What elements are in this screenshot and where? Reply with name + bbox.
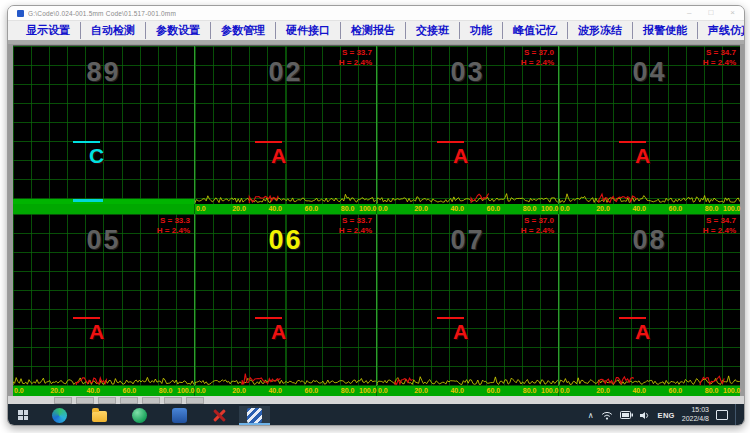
menu-item-peak-memory[interactable]: 峰值记忆 [502,22,567,39]
s-value: S = 33.3 [157,216,190,226]
red-app-icon[interactable] [212,408,227,423]
scale-tick: 40.0 [450,387,464,394]
minimize-icon[interactable]: – [687,9,691,17]
window-controls: – □ × [687,9,735,17]
scale-tick: 40.0 [632,387,646,394]
messenger-app-icon[interactable] [132,408,147,423]
menu-bar: 显示设置 自动检测 参数设置 参数管理 硬件接口 检测报告 交接班 功能 峰值记… [8,20,744,40]
gate-measurement-readout: S = 33.3H = 2.4% [157,216,190,237]
menu-item-alarm-enable[interactable]: 报警使能 [632,22,697,39]
channel-panel-04[interactable]: 04S = 34.7H = 2.4%A [559,46,740,204]
s-value: S = 37.0 [521,216,554,226]
background-window-fragment [164,397,182,404]
tray-date: 2022/4/8 [682,415,709,424]
menu-item-hardware-interface[interactable]: 硬件接口 [275,22,340,39]
scale-tick: 40.0 [268,387,282,394]
menu-item-param-settings[interactable]: 参数设置 [145,22,210,39]
scale-tick: 0.0 [196,205,206,212]
show-desktop-button[interactable] [735,404,741,426]
gate-label: A [89,320,104,344]
taskbar-clock[interactable]: 15:03 2022/4/8 [682,406,709,424]
file-explorer-icon[interactable] [92,411,107,422]
channel-panel-03[interactable]: 03S = 37.0H = 2.4%A [377,46,559,204]
menu-item-auto-detect[interactable]: 自动检测 [80,22,145,39]
scale-tick: 100.0 [541,205,559,212]
gate-line[interactable] [619,141,646,143]
scale-tick: 0.0 [196,387,206,394]
ndt-app-icon [247,408,262,423]
network-icon[interactable] [601,411,613,420]
taskbar-pinned-icons [52,408,227,423]
background-window-fragment [186,397,204,404]
gate-measurement-readout: S = 37.0H = 2.4% [521,216,554,237]
touch-keyboard-icon[interactable] [716,410,728,420]
gate-label: A [635,320,650,344]
scale-band-row-bottom: 0.020.040.060.080.0100.00.020.040.060.08… [13,386,740,396]
scale-band-row-top: 0.020.040.060.080.0100.00.020.040.060.08… [13,204,740,214]
start-button[interactable] [8,404,38,426]
gate-line[interactable] [437,141,464,143]
menu-item-waveform-freeze[interactable]: 波形冻结 [567,22,632,39]
channel-panel-05[interactable]: 05S = 33.3H = 2.4%A [13,214,195,386]
menu-item-sound-simulation[interactable]: 声线仿真 [697,22,745,39]
scale-tick: 20.0 [596,205,610,212]
s-value: S = 37.0 [521,48,554,58]
scale-tick: 80.0 [159,387,173,394]
gate-label: C [89,144,104,168]
channel-panel-89[interactable]: 89C [13,46,195,204]
scale-tick: 20.0 [50,387,64,394]
scale-tick: 100.0 [359,387,377,394]
blue-app-icon[interactable] [172,408,187,423]
gate-line[interactable] [619,317,646,319]
gate-line[interactable] [255,317,282,319]
h-value: H = 2.4% [339,226,372,236]
scale-tick: 80.0 [705,387,719,394]
scale-band: 0.020.040.060.080.0100.0 [195,386,377,396]
maximize-icon[interactable]: □ [708,9,713,17]
scale-band: 0.020.040.060.080.0100.0 [377,386,559,396]
scale-tick: 40.0 [632,205,646,212]
scale-tick: 100.0 [541,387,559,394]
waveform-noise [559,190,740,204]
speaker-icon[interactable] [640,411,651,420]
channel-panel-06[interactable]: 06S = 33.7H = 2.4%A [195,214,377,386]
language-indicator[interactable]: ENG [658,411,675,420]
scale-band: 0.020.040.060.080.0100.0 [195,204,377,214]
scale-tick: 60.0 [487,205,501,212]
waveform-noise [559,372,740,386]
menu-item-inspection-report[interactable]: 检测报告 [340,22,405,39]
gate-label: A [453,320,468,344]
ndt-app-taskbar-button-active[interactable] [239,406,270,425]
h-value: H = 2.4% [521,58,554,68]
windows-logo-icon [18,410,28,420]
tray-time: 15:03 [682,406,709,415]
channel-panel-02[interactable]: 02S = 33.7H = 2.4%A [195,46,377,204]
gate-line[interactable] [73,141,100,143]
gate-line[interactable] [73,317,100,319]
channel-panel-08[interactable]: 08S = 34.7H = 2.4%A [559,214,740,386]
scope-area: 89C02S = 33.7H = 2.4%A03S = 37.0H = 2.4%… [8,44,744,396]
close-icon[interactable]: × [730,9,735,17]
waveform-noise [195,190,376,204]
battery-icon[interactable] [620,411,633,419]
scale-tick: 80.0 [341,387,355,394]
channel-row-top: 89C02S = 33.7H = 2.4%A03S = 37.0H = 2.4%… [13,46,740,204]
h-value: H = 2.4% [703,58,736,68]
edge-browser-icon[interactable] [52,408,67,423]
scale-band: 0.020.040.060.080.0100.0 [559,204,740,214]
menu-item-shift-change[interactable]: 交接班 [405,22,459,39]
gate-line[interactable] [255,141,282,143]
scale-tick: 20.0 [414,205,428,212]
gate-line[interactable] [437,317,464,319]
gate-label: A [453,144,468,168]
scale-tick: 100.0 [723,205,741,212]
menu-item-param-management[interactable]: 参数管理 [210,22,275,39]
menu-item-functions[interactable]: 功能 [459,22,502,39]
hidden-icons-caret[interactable]: ∧ [588,411,594,420]
menu-item-display-settings[interactable]: 显示设置 [16,22,80,39]
scale-tick: 60.0 [487,387,501,394]
channel-panel-07[interactable]: 07S = 37.0H = 2.4%A [377,214,559,386]
background-window-fragment [76,397,94,404]
scale-band [13,204,195,214]
scale-tick: 20.0 [414,387,428,394]
